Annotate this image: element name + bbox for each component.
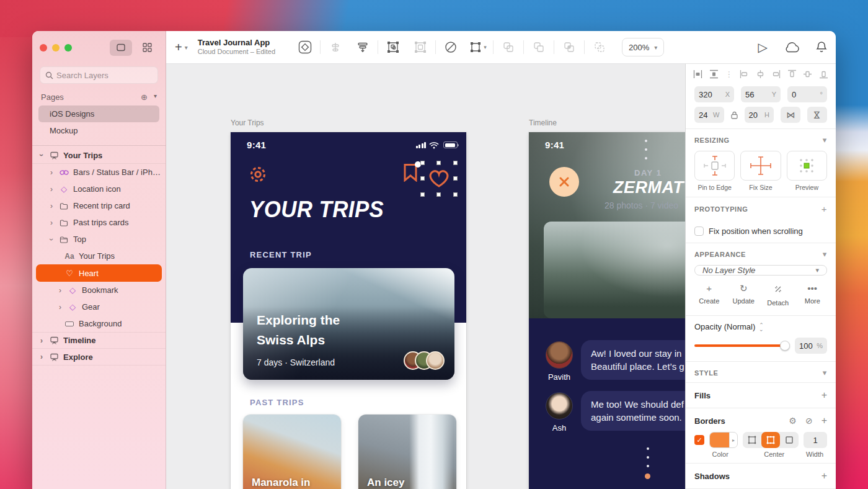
opacity-slider-knob[interactable] [780, 341, 790, 351]
selection-handle[interactable] [436, 192, 441, 197]
x-position-field[interactable]: 320X [694, 86, 734, 102]
align-bottom-icon[interactable] [819, 70, 828, 79]
past-trip-card-waterfall[interactable]: An icey [358, 415, 456, 489]
layer-row-past-trips-cards[interactable]: › Past trips cards [32, 214, 166, 231]
border-outside-button[interactable] [780, 432, 799, 448]
close-window-button[interactable] [40, 44, 47, 52]
selection-handle[interactable] [436, 161, 441, 165]
canvas-view-toggle[interactable] [110, 40, 132, 56]
add-shadow-icon[interactable]: + [822, 470, 827, 482]
prototyping-section-header[interactable]: PROTOTYPING + [686, 197, 836, 219]
flip-vertical-button[interactable]: ⋈ [807, 107, 827, 123]
layer-row-heart-selected[interactable]: ♡ Heart [36, 264, 162, 282]
recent-trip-card[interactable]: Exploring the Swiss Alps 7 days · Switze… [243, 268, 454, 380]
flip-horizontal-button[interactable]: ⋈ [781, 107, 800, 123]
artboard-timeline[interactable]: 9:41 DAY 1 ZERMATT 28 photos · 7 video [529, 132, 685, 489]
chevron-collapsed-icon[interactable]: › [48, 202, 55, 210]
chevron-down-icon[interactable]: ▾ [154, 92, 157, 102]
difference-button[interactable] [586, 38, 613, 56]
page-item-mockup[interactable]: Mockup [38, 122, 159, 139]
minimize-window-button[interactable] [52, 44, 60, 52]
selection-handle[interactable] [453, 161, 458, 165]
layer-row-background[interactable]: Background [32, 315, 166, 332]
union-button[interactable] [495, 38, 522, 56]
chevron-collapsed-icon[interactable]: › [57, 286, 63, 295]
page-item-ios-designs[interactable]: iOS Designs [38, 105, 159, 122]
border-center-button[interactable] [761, 432, 780, 448]
align-left-icon[interactable] [740, 70, 749, 79]
border-disable-icon[interactable]: ⊘ [805, 416, 813, 426]
search-layers-field[interactable] [40, 66, 158, 84]
document-title-block[interactable]: Travel Journal App Cloud Document – Edit… [198, 38, 275, 56]
border-inside-button[interactable] [743, 432, 761, 448]
color-popover-icon[interactable]: ▸ [729, 433, 737, 447]
mask-button[interactable] [437, 38, 464, 56]
layer-row-recent-trip-card[interactable]: › Recent trip card [32, 197, 166, 214]
notifications-bell-button[interactable] [816, 41, 827, 53]
intersect-button[interactable] [556, 38, 583, 56]
distribute-horizontally-button[interactable] [349, 38, 376, 56]
layer-row-artboard-timeline[interactable]: › Timeline [32, 332, 166, 349]
distribute-vertically-button[interactable] [322, 38, 349, 56]
layer-row-gear[interactable]: › ◇ Gear [32, 298, 166, 315]
width-field[interactable]: 24W [694, 107, 724, 123]
heart-selected-layer[interactable] [420, 161, 458, 197]
chevron-collapsed-icon[interactable]: › [38, 352, 45, 361]
layer-row-location-icon[interactable]: › ◇ Location icon [32, 181, 166, 197]
rotation-field[interactable]: 0° [787, 86, 827, 102]
selection-handle[interactable] [453, 176, 458, 181]
add-border-icon[interactable]: + [822, 415, 827, 426]
insert-button[interactable]: +▾ [175, 40, 188, 55]
zoom-window-button[interactable] [64, 44, 72, 52]
create-style-button[interactable]: +Create [692, 283, 727, 307]
fix-position-checkbox-row[interactable]: Fix position when scrolling [686, 219, 836, 237]
settings-gear-icon[interactable] [248, 164, 268, 184]
close-button[interactable] [549, 167, 579, 197]
layer-style-dropdown[interactable]: No Layer Style ▾ [694, 265, 827, 276]
artboard-label-timeline[interactable]: Timeline [529, 119, 557, 127]
layer-row-bookmark[interactable]: › ◇ Bookmark [32, 282, 166, 298]
chevron-expanded-icon[interactable]: › [37, 152, 46, 158]
blend-mode-stepper[interactable]: ⌃⌃ [759, 324, 764, 330]
selection-handle[interactable] [420, 176, 425, 181]
opacity-field[interactable]: 100% [795, 338, 827, 354]
zoom-level-select[interactable]: 200% ▾ [622, 38, 664, 56]
add-page-icon[interactable]: ⊕ [141, 92, 148, 102]
borders-row[interactable]: Borders ⚙ ⊘ + [686, 408, 836, 431]
more-styles-button[interactable]: •••More [795, 283, 830, 307]
add-prototyping-icon[interactable]: + [822, 204, 827, 214]
distribute-horizontally-icon[interactable] [693, 70, 702, 79]
align-middle-vertical-icon[interactable] [803, 70, 812, 79]
fills-row[interactable]: Fills + [686, 382, 836, 408]
opacity-slider[interactable] [694, 344, 789, 347]
timeline-photo-card[interactable] [544, 222, 685, 318]
ungroup-button[interactable] [407, 38, 434, 56]
selection-handle[interactable] [453, 192, 458, 197]
cloud-share-button[interactable] [784, 42, 800, 53]
appearance-section-header[interactable]: APPEARANCE ▾ [686, 243, 836, 264]
insert-symbol-button[interactable] [291, 38, 319, 56]
lock-aspect-icon[interactable] [731, 111, 738, 119]
chevron-expanded-icon[interactable]: › [47, 236, 56, 243]
group-button[interactable] [379, 38, 407, 56]
shadows-row[interactable]: Shadows + [686, 463, 836, 488]
border-enabled-checkbox[interactable]: ✓ [694, 435, 704, 445]
distribute-vertically-icon[interactable] [709, 70, 719, 79]
border-settings-gear-icon[interactable]: ⚙ [789, 416, 797, 426]
selection-handle[interactable] [420, 161, 425, 165]
chevron-collapsed-icon[interactable]: › [48, 168, 55, 177]
bookmark-icon[interactable] [403, 163, 419, 183]
resizing-section-header[interactable]: RESIZING ▾ [686, 128, 836, 150]
align-center-horizontal-icon[interactable] [756, 70, 765, 79]
border-width-field[interactable]: 1 [804, 432, 827, 448]
chevron-collapsed-icon[interactable]: › [57, 303, 63, 312]
layer-row-artboard-explore[interactable]: › Explore [32, 349, 166, 366]
artboard-your-trips[interactable]: 9:41 [231, 132, 466, 489]
design-canvas[interactable]: Your Trips 9:41 [166, 64, 685, 489]
chevron-collapsed-icon[interactable]: › [38, 336, 45, 345]
add-fill-icon[interactable]: + [822, 390, 827, 401]
artboard-label-your-trips[interactable]: Your Trips [231, 119, 264, 127]
selection-handle[interactable] [420, 192, 425, 197]
height-field[interactable]: 20H [745, 107, 774, 123]
past-trip-card-manarola[interactable]: Manarola in [243, 415, 341, 489]
